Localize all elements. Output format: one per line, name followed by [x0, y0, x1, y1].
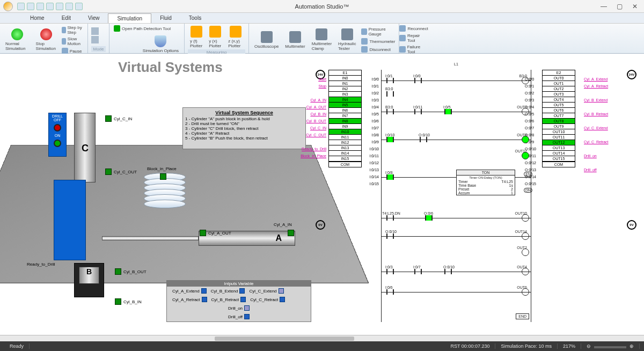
disconnect-icon: [361, 46, 368, 53]
pressure-gauge-button[interactable]: Pressure Gauge: [360, 26, 396, 37]
drill-tower: [54, 180, 86, 260]
zoom-controls[interactable]: ⊖ ⊕: [581, 343, 640, 349]
qat-btn[interactable]: [36, 3, 44, 10]
tab-simulation[interactable]: Simulation: [108, 13, 151, 23]
slow-motion-button[interactable]: Slow Motion: [61, 36, 84, 47]
hydraulic-tester-button[interactable]: Hydraulic Tester: [336, 27, 358, 52]
cylinder-c: [74, 113, 96, 182]
signal-label: Cyl_B_IN: [295, 112, 326, 116]
plotter-icon: [209, 26, 221, 38]
contact: [384, 215, 396, 221]
sensor-cyl-a-out: Cyl_A_OUT: [200, 230, 231, 236]
zxy-plotter-button[interactable]: z (x,y) Plotter: [226, 25, 245, 49]
signal-label: Cyl_A_Retract: [584, 84, 608, 88]
signal-label: Cyl_B_Extend: [584, 98, 608, 102]
stop-simulation-button[interactable]: Stop Simulation: [34, 27, 58, 52]
plc-port-label: I:0/7: [364, 126, 379, 130]
disconnect-button[interactable]: Disconnect: [360, 46, 396, 53]
drill-control-panel[interactable]: DRILL OFF ON: [48, 113, 67, 157]
horizontal-scrollbar[interactable]: [0, 335, 644, 341]
multimeter-button[interactable]: Multimeter: [283, 30, 307, 50]
step-by-step-button[interactable]: Step by Step: [61, 25, 84, 35]
tab-edit[interactable]: Edit: [53, 13, 79, 23]
contact: [412, 78, 424, 83]
coil-on: [522, 136, 529, 143]
yx-plotter-button[interactable]: y (x) Plotter: [207, 25, 224, 49]
multimeter-icon: [289, 31, 301, 43]
maximize-button[interactable]: ▢: [617, 3, 623, 10]
tab-tools[interactable]: Tools: [180, 13, 210, 23]
drill-on-button[interactable]: [54, 140, 61, 147]
clamp-icon: [316, 28, 327, 40]
normal-simulation-button[interactable]: Normal Simulation: [3, 27, 32, 52]
sensor-block-sq: [160, 173, 166, 180]
scrollbar-thumb[interactable]: [215, 337, 354, 341]
plc-row: OUT8: [542, 119, 575, 124]
zoom-out-icon[interactable]: ⊖: [587, 343, 591, 349]
quick-access-toolbar[interactable]: [17, 3, 83, 10]
status-rst: RST 00:00:07.230: [445, 343, 496, 349]
ladder-diagram: L1 I:0/1 I:0/0 B3:0 B3:0 B3:0 I:0/11 I:0…: [381, 70, 531, 322]
zoom-in-icon[interactable]: ⊕: [630, 343, 634, 349]
close-button[interactable]: ✕: [632, 3, 638, 10]
qat-btn[interactable]: [46, 3, 54, 10]
contact: [418, 137, 429, 142]
plc-port-label: I:0/15: [364, 182, 379, 186]
oscilloscope-button[interactable]: Oscilloscope: [252, 30, 281, 50]
plc-row: IN14: [328, 151, 362, 156]
zoom-slider[interactable]: [594, 346, 626, 348]
plc-row: IN8: [328, 119, 362, 124]
plc-port-label: I:0/13: [364, 168, 379, 172]
plc-port-label: I:0/2: [364, 91, 379, 95]
open-path-detection-button[interactable]: Open Path Detection Tool: [113, 25, 172, 32]
hydraulic-icon: [341, 28, 353, 40]
signal-label: Cyl_C_IN: [295, 126, 326, 130]
signal-label: Cyl_B_OUT: [295, 119, 326, 123]
repair-tool-button[interactable]: Repair Tool: [398, 33, 429, 43]
qat-btn[interactable]: [65, 3, 73, 10]
minimize-button[interactable]: —: [601, 3, 607, 10]
menu-bar: Home Edit View Simulation Fluid Tools: [0, 13, 644, 24]
simulation-options-button[interactable]: Simulation Options: [141, 34, 181, 54]
block-stack: [144, 176, 186, 235]
cylinder-b: [74, 263, 104, 297]
yt-plotter-button[interactable]: y (t) Plotter: [188, 25, 204, 49]
plc-port-label: I:0/6: [364, 119, 379, 123]
mode-icon[interactable]: [91, 36, 99, 43]
workspace-canvas[interactable]: Virtual Systems DRILL OFF ON Cyl_C_IN Cy…: [0, 54, 644, 338]
coil-on: [522, 152, 529, 159]
coil: [522, 108, 529, 115]
plc-row: OUT5: [542, 103, 575, 108]
mode-icon[interactable]: [91, 27, 99, 35]
thermometer-button[interactable]: Thermometer: [360, 38, 396, 45]
plc-port-label: I:0/9: [364, 140, 379, 144]
sensor-block-in-place: Block_in_Place: [147, 166, 177, 171]
plc-row: OUT4: [542, 97, 575, 103]
sequence-box: Virtual System Sequence 1 - Cylinder "A"…: [182, 107, 306, 149]
plc-port-label: I:0/0: [364, 77, 379, 81]
coil: [522, 232, 529, 240]
sensor-cyl-c-in: Cyl_C_IN: [105, 115, 132, 122]
plc-row: OUT14: [542, 151, 575, 156]
ribbon: Normal Simulation Stop Simulation Step b…: [0, 24, 644, 54]
multimeter-clamp-button[interactable]: Multimeter Clamp: [310, 27, 334, 52]
qat-btn[interactable]: [56, 3, 63, 10]
plc-row: OUT9: [542, 124, 575, 129]
signal-label: Block_in_Place: [295, 154, 326, 158]
reconnect-button[interactable]: Reconnect: [398, 25, 429, 32]
tab-fluid[interactable]: Fluid: [151, 13, 180, 23]
failure-tool-button[interactable]: Failure Tool: [398, 44, 429, 55]
qat-btn[interactable]: [75, 3, 83, 10]
plc-port-label: I:0/1: [364, 84, 379, 88]
plc-row: IN1: [328, 81, 362, 86]
plc-row: IN13: [328, 145, 362, 151]
plc-row: IN7: [328, 113, 362, 119]
qat-btn[interactable]: [27, 3, 34, 10]
voltage-0v-icon: 0V: [316, 220, 325, 230]
coil: [522, 77, 529, 84]
tab-view[interactable]: View: [79, 13, 108, 23]
qat-btn[interactable]: [17, 3, 25, 10]
tab-home[interactable]: Home: [21, 13, 53, 23]
contact: [442, 269, 454, 274]
drill-off-button[interactable]: [54, 124, 61, 131]
